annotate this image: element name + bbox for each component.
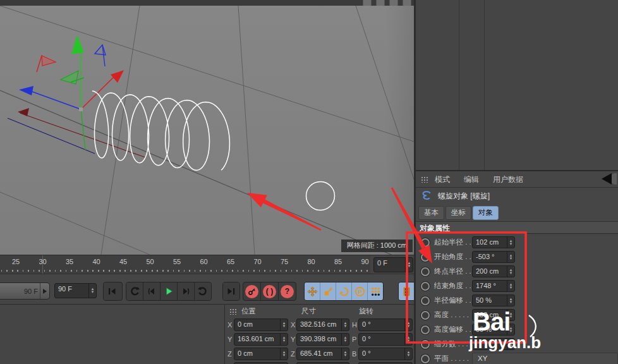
attribute-input[interactable]: -503 ° ▲▼ <box>472 251 515 263</box>
keyframe-dot-icon[interactable] <box>421 340 430 349</box>
goto-end-button[interactable] <box>223 282 239 300</box>
record-keyframe-button[interactable] <box>243 282 261 300</box>
field-stepper[interactable]: ▲▼ <box>507 310 514 320</box>
rotation-h-input[interactable]: 0 ° ▲▼ <box>358 318 413 331</box>
zoom-view-icon[interactable] <box>376 0 385 6</box>
record-parameters-button[interactable]: P <box>352 282 368 300</box>
field-value[interactable]: 50 % <box>473 324 507 335</box>
field-value[interactable]: 0 ° <box>359 334 404 345</box>
current-frame-value[interactable]: 0 F <box>374 258 405 272</box>
size-z-input[interactable]: 685.41 cm ▲▼ <box>296 348 349 360</box>
size-y-input[interactable]: 390.398 cm ▲▼ <box>296 333 349 346</box>
next-frame-button[interactable] <box>178 282 195 300</box>
axis-flag-handles[interactable] <box>37 45 106 84</box>
range-frame-input[interactable]: 90 F ▲▼ <box>54 283 97 298</box>
field-stepper[interactable]: ▲▼ <box>280 348 288 360</box>
range-frame-value[interactable]: 90 F <box>55 284 88 298</box>
plane-dropdown[interactable]: XY <box>472 353 618 364</box>
field-value[interactable]: 0 ° <box>359 348 404 360</box>
keyframe-dot-icon[interactable] <box>421 238 430 247</box>
collapse-panel-icon[interactable] <box>599 173 617 185</box>
field-value[interactable]: 0 cm <box>234 319 280 331</box>
field-value[interactable]: 0 cm <box>234 348 280 360</box>
rotation-b-input[interactable]: 0 ° ▲▼ <box>358 348 413 360</box>
timeline-film-button[interactable] <box>399 282 414 300</box>
field-stepper[interactable]: ▲▼ <box>341 319 349 331</box>
position-x-input[interactable]: 0 cm ▲▼ <box>234 318 288 331</box>
rotate-view-icon[interactable] <box>389 0 398 6</box>
range-extend-button[interactable] <box>40 283 49 299</box>
size-x-input[interactable]: 382.516 cm ▲▼ <box>296 318 349 331</box>
field-value[interactable]: 682 cm <box>473 310 507 320</box>
position-z-input[interactable]: 0 cm ▲▼ <box>234 348 288 360</box>
field-value[interactable]: 390.398 cm <box>297 334 341 345</box>
keyframe-dot-icon[interactable] <box>421 355 430 363</box>
record-parentheses-button[interactable]: ( ) <box>261 282 279 300</box>
field-value[interactable]: 685.41 cm <box>297 348 341 360</box>
preview-range-slider[interactable]: 90 F <box>0 282 50 300</box>
keyframe-dot-icon[interactable] <box>421 253 430 262</box>
keyframe-dot-icon[interactable] <box>421 267 430 276</box>
field-stepper[interactable]: ▲▼ <box>507 266 514 277</box>
field-stepper[interactable]: ▲▼ <box>341 334 349 345</box>
field-stepper[interactable]: ▲▼ <box>404 334 412 345</box>
field-stepper[interactable]: ▲▼ <box>507 295 514 306</box>
prev-key-button[interactable] <box>126 282 143 300</box>
goto-start-button[interactable] <box>104 282 120 300</box>
attribute-input[interactable]: 682 cm ▲▼ <box>472 309 515 321</box>
field-stepper[interactable]: ▲▼ <box>404 348 412 360</box>
keyframe-dot-icon[interactable] <box>421 325 430 334</box>
rotation-p-input[interactable]: 0 ° ▲▼ <box>358 333 413 346</box>
keyframe-dot-icon[interactable] <box>421 296 430 305</box>
current-frame-input[interactable]: 0 F ▲▼ <box>373 257 413 272</box>
panel-grip-icon[interactable] <box>421 176 428 183</box>
pan-view-icon[interactable] <box>363 0 372 6</box>
record-pla-button[interactable] <box>368 282 383 300</box>
panel-grip-icon[interactable] <box>229 308 237 315</box>
attribute-input[interactable]: 1748 ° ▲▼ <box>472 280 515 292</box>
field-value[interactable]: 163.601 cm <box>234 334 280 345</box>
position-y-input[interactable]: 163.601 cm ▲▼ <box>234 333 288 346</box>
attr-menu-模式[interactable]: 模式 <box>435 175 450 184</box>
field-value[interactable] <box>473 339 507 349</box>
attribute-input[interactable]: 102 cm ▲▼ <box>472 236 515 248</box>
field-stepper[interactable]: ▲▼ <box>507 339 514 349</box>
object-manager-panel[interactable] <box>416 0 618 171</box>
attr-menu-编辑[interactable]: 编辑 <box>464 175 479 184</box>
range-frame-stepper[interactable]: ▲▼ <box>88 284 96 298</box>
record-position-button[interactable] <box>305 282 320 300</box>
field-stepper[interactable]: ▲▼ <box>507 252 514 262</box>
play-button[interactable] <box>161 282 178 300</box>
current-frame-stepper[interactable]: ▲▼ <box>405 258 413 272</box>
circle-spline[interactable] <box>306 182 335 210</box>
field-value[interactable]: 200 cm <box>473 266 507 277</box>
record-rotation-button[interactable] <box>336 282 352 300</box>
keyframe-dot-icon[interactable] <box>421 282 430 291</box>
ruler-track[interactable]: 2530354045505560657075808590 <box>0 255 370 274</box>
field-value[interactable]: 382.516 cm <box>297 319 341 331</box>
field-value[interactable]: 1748 ° <box>473 281 507 291</box>
record-question-button[interactable]: ? <box>279 282 296 300</box>
viewport-canvas[interactable] <box>0 6 414 255</box>
attribute-input[interactable]: 50 % ▲▼ <box>472 324 515 336</box>
next-key-button[interactable] <box>195 282 211 300</box>
attribute-input[interactable]: 200 cm ▲▼ <box>472 265 515 277</box>
field-value[interactable]: 0 ° <box>359 319 404 331</box>
field-stepper[interactable]: ▲▼ <box>404 319 412 331</box>
field-value[interactable]: -503 ° <box>473 252 507 262</box>
field-stepper[interactable]: ▲▼ <box>507 237 514 248</box>
toggle-view-icon[interactable] <box>403 0 411 6</box>
attribute-input[interactable]: 50 % ▲▼ <box>472 294 515 306</box>
keyframe-dot-icon[interactable] <box>421 311 430 320</box>
viewport-3d[interactable]: 网格间距 : 1000 cm <box>0 6 414 255</box>
field-value[interactable]: 50 % <box>473 295 507 306</box>
tab-坐标[interactable]: 坐标 <box>445 206 471 220</box>
attr-menu-用户数据[interactable]: 用户数据 <box>493 175 523 184</box>
field-stepper[interactable]: ▲▼ <box>280 334 288 345</box>
field-stepper[interactable]: ▲▼ <box>280 319 288 331</box>
field-stepper[interactable]: ▲▼ <box>341 348 349 360</box>
field-value[interactable]: 102 cm <box>473 237 507 248</box>
attribute-input[interactable]: ▲▼ <box>472 338 515 350</box>
record-scale-button[interactable] <box>320 282 336 300</box>
timeline-ruler[interactable]: 2530354045505560657075808590 0 F ▲▼ <box>0 255 416 274</box>
